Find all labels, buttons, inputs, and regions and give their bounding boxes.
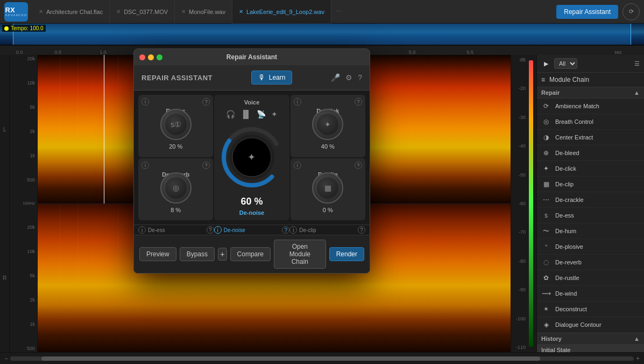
main-knob-container[interactable]: ✦ xyxy=(220,125,284,190)
deess-icon: ꜱ xyxy=(541,211,551,220)
tab-mono[interactable]: ✕ MonoFile.wav xyxy=(175,0,232,24)
modal-maximize-dot[interactable] xyxy=(157,54,162,60)
sidebar-item-dewind[interactable]: ⟿ De-wind xyxy=(537,286,644,302)
bypass-button[interactable]: Bypass xyxy=(180,247,215,261)
sidebar-item-ambience-label: Ambience Match xyxy=(555,103,599,109)
module-voice: Voice 🎧 ▐▌ 📡 ✦ xyxy=(214,95,289,220)
declip-value: 0 % xyxy=(323,207,333,213)
sidebar-play-button[interactable]: ▶ xyxy=(541,59,551,68)
declick-info-icon[interactable]: i xyxy=(294,98,301,106)
sidebar-item-dialogue-label: Dialogue Contour xyxy=(555,321,601,328)
sidebar-item-deess-label: De-ess xyxy=(555,212,574,219)
sidebar-item-deconstruct[interactable]: ✶ Deconstruct xyxy=(537,302,644,317)
voice-broadcast-icon[interactable]: 📡 xyxy=(257,110,266,118)
sidebar-item-debleed[interactable]: ⊕ De-bleed xyxy=(537,145,644,161)
tab-lakeeerie[interactable]: ✕ LakeEerie_edit_9_Loop2.wav xyxy=(232,0,331,24)
ruler-tick-05: 0.5 xyxy=(54,50,61,55)
learn-button[interactable]: 🎙 Learn xyxy=(251,71,293,85)
compare-button[interactable]: Compare xyxy=(230,247,271,261)
module-footer-labels: i De-ess ? i De-noise ? i De-clip ? xyxy=(134,225,370,235)
tab-label: DSC_0377.MOV xyxy=(124,9,168,15)
render-button[interactable]: Render xyxy=(329,247,364,261)
module-declick-top: i ? De-click ✦ 40 % xyxy=(291,95,365,157)
modal-title: Repair Assistant xyxy=(227,53,277,61)
tab-architecture[interactable]: ✕ Architecture Chat.flac xyxy=(32,0,110,24)
add-button[interactable]: + xyxy=(218,248,227,261)
repair-collapse-button[interactable]: ▲ xyxy=(634,89,640,96)
modal-close-dot[interactable] xyxy=(139,54,145,60)
tab-close-icon[interactable]: ✕ xyxy=(39,9,43,15)
declip-footer-help: ? xyxy=(358,226,365,234)
deess-help-icon[interactable]: ? xyxy=(202,98,210,106)
sidebar-item-derustle[interactable]: ✿ De-rustle xyxy=(537,270,644,286)
sidebar-item-declick[interactable]: ✦ De-click xyxy=(537,161,644,177)
tab-close-icon[interactable]: ✕ xyxy=(116,9,121,15)
declick-help-icon[interactable]: ? xyxy=(355,98,362,106)
modal-minimize-dot[interactable] xyxy=(148,54,154,60)
sidebar-menu-button[interactable]: ☰ xyxy=(634,60,640,67)
app-logo: RX ADVANCED xyxy=(4,2,28,22)
preview-button[interactable]: Preview xyxy=(139,247,176,261)
modal-settings-icon[interactable]: ⚙ xyxy=(345,73,352,82)
tab-overflow[interactable]: ⋯ xyxy=(331,8,346,15)
dereverb-help-icon[interactable]: ? xyxy=(202,162,210,169)
modal-mic-icon[interactable]: 🎤 xyxy=(331,73,340,82)
sidebar-item-deplosive[interactable]: ⁺ De-plosive xyxy=(537,239,644,255)
breath-icon: ◎ xyxy=(541,117,551,127)
sidebar-item-ambience[interactable]: ⟳ Ambience Match xyxy=(537,99,644,114)
sidebar-item-dehum[interactable]: 〜 De-hum xyxy=(537,223,644,239)
deess-info-icon[interactable]: i xyxy=(141,98,149,106)
declip-info-icon[interactable]: i xyxy=(294,162,301,169)
tab-close-icon[interactable]: ✕ xyxy=(181,9,186,15)
history-label: History xyxy=(541,335,562,342)
modal-help-icon[interactable]: ? xyxy=(358,73,362,82)
repair-assistant-button[interactable]: Repair Assistant xyxy=(556,5,618,19)
history-collapse-button[interactable]: ▲ xyxy=(634,335,640,342)
declip-knob-inner: ▦ xyxy=(317,177,338,199)
module-chain-label: Module Chain xyxy=(549,76,589,83)
voice-headphone-icon[interactable]: 🎧 xyxy=(226,110,235,118)
scroll-track[interactable] xyxy=(10,356,634,361)
declip-help-icon[interactable]: ? xyxy=(355,162,362,169)
logo-text: RX xyxy=(5,6,27,13)
dereverb-info-icon[interactable]: i xyxy=(141,162,149,169)
history-header: History ▲ xyxy=(537,333,644,344)
logo-sub: ADVANCED xyxy=(5,13,27,17)
sidebar-item-dialogue[interactable]: ◈ Dialogue Contour xyxy=(537,317,644,333)
voice-magic-icon[interactable]: ✦ xyxy=(271,110,278,118)
dereverb-knob[interactable]: ◎ xyxy=(160,172,192,204)
open-module-chain-button[interactable]: Open Module Chain xyxy=(274,240,326,269)
declip-icon: ▦ xyxy=(541,179,551,189)
sidebar-item-breath-label: Breath Control xyxy=(555,118,593,125)
waveform-overview-bar[interactable]: Tempo: 100.0 xyxy=(0,24,644,45)
deess-knob[interactable]: ꜱ① xyxy=(160,109,192,140)
sidebar-item-deess[interactable]: ꜱ De-ess xyxy=(537,208,644,223)
settings-icon[interactable]: ⟳ xyxy=(622,3,640,20)
dehum-icon: 〜 xyxy=(541,226,551,236)
main-knob-value: 60 % xyxy=(240,196,263,207)
sidebar-item-declip[interactable]: ▦ De-clip xyxy=(537,177,644,192)
declip-knob[interactable]: ▦ xyxy=(312,172,343,204)
tab-close-icon[interactable]: ✕ xyxy=(239,9,243,15)
module-chain-icon: ≡ xyxy=(541,76,545,83)
sidebar-item-breath[interactable]: ◎ Breath Control xyxy=(537,114,644,130)
tab-dsc[interactable]: ✕ DSC_0377.MOV xyxy=(110,0,175,24)
history-initial-state[interactable]: Initial State xyxy=(537,344,644,352)
bottom-scroll-row: − + xyxy=(0,352,644,364)
db-bar xyxy=(529,60,533,347)
sidebar-item-decrackle[interactable]: ⋯ De-crackle xyxy=(537,192,644,208)
sidebar-item-dewind-label: De-wind xyxy=(555,290,577,297)
right-channel-label: R xyxy=(3,275,6,281)
zoom-in-icon[interactable]: + xyxy=(636,355,640,362)
voice-icons: 🎧 ▐▌ 📡 ✦ xyxy=(226,110,278,118)
sidebar-item-dereverb[interactable]: ◌ De-reverb xyxy=(537,255,644,270)
sidebar-item-center[interactable]: ◑ Center Extract xyxy=(537,130,644,145)
module-chain-row[interactable]: ≡ Module Chain xyxy=(537,73,644,87)
db-scale: dB -20 -30 -40 -50 -60 -70 -80 -90 -100 … xyxy=(511,55,536,352)
declick-top-knob[interactable]: ✦ xyxy=(312,109,343,140)
derustle-icon: ✿ xyxy=(541,273,551,283)
voice-eq-icon[interactable]: ▐▌ xyxy=(240,110,251,118)
sidebar-item-debleed-label: De-bleed xyxy=(555,150,579,156)
sidebar-all-dropdown[interactable]: All xyxy=(554,58,577,69)
zoom-out-icon[interactable]: − xyxy=(4,355,8,362)
